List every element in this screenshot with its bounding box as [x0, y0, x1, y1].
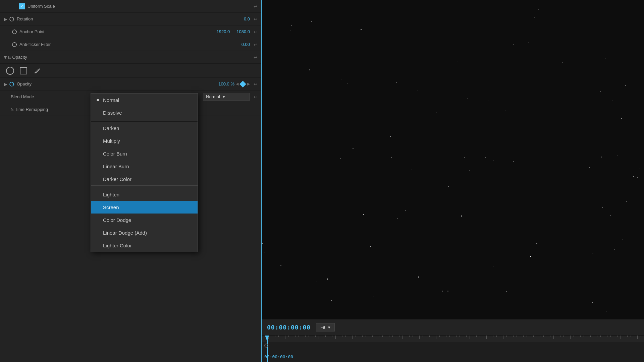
blend-mode-dropdown[interactable]: Normal ▾	[203, 93, 250, 101]
blend-option-linear-burn-label: Linear Burn	[103, 164, 129, 169]
anchor-point-y[interactable]: 1080.0	[236, 29, 250, 34]
blend-option-multiply[interactable]: Multiply	[91, 134, 198, 147]
pen-icon[interactable]	[32, 66, 42, 75]
star	[363, 214, 364, 215]
star	[536, 18, 536, 19]
fit-chevron-icon: ▾	[328, 325, 330, 330]
blend-option-dissolve-label: Dissolve	[103, 110, 122, 116]
fit-dropdown[interactable]: Fit ▾	[316, 323, 334, 331]
properties-panel: ✓ Uniform Scale ↩ ▶ Rotation 0.0 ↩	[0, 0, 262, 362]
star	[289, 217, 289, 218]
opacity-next-keyframe-icon[interactable]: ▶	[247, 82, 250, 86]
uniform-scale-reset-icon[interactable]: ↩	[253, 3, 259, 9]
anti-flicker-property-icon	[11, 41, 18, 48]
fit-label: Fit	[320, 325, 325, 330]
blend-option-color-dodge[interactable]: Color Dodge	[91, 214, 198, 226]
blend-option-dissolve[interactable]: Dissolve	[91, 106, 198, 119]
star	[317, 282, 317, 282]
star	[605, 58, 605, 59]
star	[602, 207, 603, 208]
opacity-collapse-icon[interactable]: ▼	[3, 55, 8, 60]
rotation-label: Rotation	[17, 16, 244, 21]
opacity-icons-row	[0, 64, 261, 78]
uniform-scale-row: ✓ Uniform Scale ↩	[0, 0, 261, 13]
circle-icon[interactable]	[5, 66, 15, 75]
star	[485, 157, 486, 158]
star	[280, 265, 281, 266]
blend-option-linear-burn[interactable]: Linear Burn	[91, 160, 198, 173]
svg-marker-9	[13, 83, 14, 84]
preview-timecode: 00:00:00:00	[267, 324, 311, 331]
star	[340, 158, 341, 159]
blend-option-normal[interactable]: ● Normal	[91, 94, 198, 106]
star	[626, 201, 627, 202]
star	[447, 291, 448, 292]
star	[356, 13, 356, 13]
star	[353, 148, 353, 149]
anti-flicker-row: Anti-flicker Filter 0.00 ↩	[0, 38, 261, 51]
star	[406, 210, 406, 211]
svg-rect-7	[20, 67, 27, 74]
square-icon[interactable]	[19, 66, 28, 75]
opacity-header-row: ▼ fx Opacity ↩	[0, 51, 261, 64]
anti-flicker-value[interactable]: 0.00	[241, 42, 250, 47]
star	[530, 256, 531, 257]
anti-flicker-label: Anti-flicker Filter	[19, 42, 241, 47]
rotation-expand-icon[interactable]: ▶	[3, 16, 8, 22]
anchor-point-property-icon	[11, 28, 18, 36]
blend-option-lighten[interactable]: Lighten	[91, 188, 198, 201]
star	[538, 9, 539, 10]
anchor-point-x[interactable]: 1920.0	[216, 29, 230, 34]
star	[633, 176, 634, 177]
uniform-scale-label: Uniform Scale	[28, 4, 253, 9]
blend-option-lighter-color[interactable]: Lighter Color	[91, 239, 198, 252]
timeline-area: 00:00:00:00	[262, 335, 644, 362]
opacity-value-reset-icon[interactable]: ↩	[253, 81, 259, 87]
timeline-circle-handle[interactable]	[264, 344, 268, 348]
rotation-value[interactable]: 0.0	[244, 16, 250, 21]
star	[291, 25, 292, 26]
rotation-reset-icon[interactable]: ↩	[253, 16, 259, 22]
star	[461, 216, 462, 217]
star	[464, 157, 465, 158]
star	[600, 92, 601, 92]
blend-option-linear-dodge-label: Linear Dodge (Add)	[103, 230, 147, 236]
star	[640, 169, 640, 169]
blend-mode-reset-icon[interactable]: ↩	[253, 94, 259, 100]
blend-option-color-burn[interactable]: Color Burn	[91, 147, 198, 160]
star	[457, 61, 458, 61]
anchor-point-reset-icon[interactable]: ↩	[253, 29, 259, 35]
opacity-keyframe-diamond-icon[interactable]	[239, 81, 246, 87]
anchor-point-values: 1920.0 1080.0	[216, 29, 253, 34]
opacity-property-icon	[8, 80, 15, 88]
star	[361, 29, 362, 30]
star	[488, 302, 488, 302]
uniform-scale-checkbox[interactable]: ✓	[19, 3, 25, 9]
star	[612, 101, 612, 101]
star	[412, 170, 412, 170]
star	[623, 239, 623, 240]
opacity-value-row: ▶ Opacity 100.0 % ◀ ▶ ↩	[0, 78, 261, 90]
star	[606, 311, 607, 311]
blend-option-darken[interactable]: Darken	[91, 122, 198, 134]
opacity-property-expand-icon[interactable]: ▶	[3, 81, 8, 87]
anti-flicker-reset-icon[interactable]: ↩	[253, 42, 259, 48]
blend-option-darker-color[interactable]: Darker Color	[91, 173, 198, 185]
star	[418, 277, 419, 278]
star	[262, 243, 263, 243]
star	[311, 21, 312, 22]
star	[589, 167, 590, 168]
ruler-ticks	[262, 336, 644, 342]
blend-option-screen-label: Screen	[103, 204, 119, 210]
blend-option-linear-dodge[interactable]: Linear Dodge (Add)	[91, 226, 198, 239]
opacity-reset-icon[interactable]: ↩	[253, 54, 259, 60]
blend-option-screen[interactable]: Screen	[91, 201, 198, 214]
anchor-point-label: Anchor Point	[19, 29, 216, 34]
star	[436, 113, 437, 114]
blend-option-darker-color-label: Darker Color	[103, 176, 131, 182]
star	[550, 53, 550, 54]
svg-marker-3	[16, 31, 17, 32]
opacity-value[interactable]: 100.0 %	[218, 81, 234, 86]
blend-option-color-burn-label: Color Burn	[103, 151, 127, 157]
opacity-prev-keyframe-icon[interactable]: ◀	[236, 82, 238, 86]
